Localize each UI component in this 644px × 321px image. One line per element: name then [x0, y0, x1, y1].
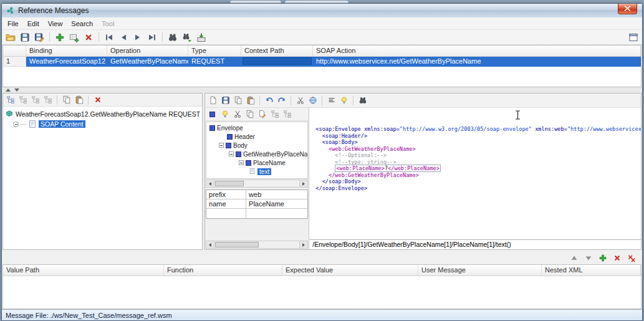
node-text[interactable]: text [206, 167, 307, 176]
tree-down-button[interactable] [42, 93, 54, 106]
next-record-button[interactable] [131, 31, 145, 44]
new-document-button[interactable] [207, 94, 219, 107]
move-down-button[interactable] [582, 252, 594, 264]
collapse-icon[interactable] [239, 160, 244, 165]
col-operation[interactable]: Operation [107, 46, 188, 56]
delete-button[interactable] [82, 31, 95, 44]
import-button[interactable] [195, 31, 208, 44]
cut-node-button[interactable] [231, 108, 243, 120]
save-button[interactable] [18, 31, 32, 44]
redo-button[interactable] [276, 94, 287, 107]
node-body-label[interactable]: Body [233, 142, 248, 149]
menu-view[interactable]: View [44, 19, 67, 29]
xml-editor[interactable]: <soap:Envelope xmlns:soap="http://www.w3… [309, 108, 641, 239]
move-up-button[interactable] [568, 252, 580, 264]
splitter-down-button[interactable] [13, 88, 20, 93]
context-path-field[interactable] [243, 57, 312, 65]
col-context-path[interactable]: Context Path [241, 46, 313, 56]
collapse-tree-button[interactable] [17, 93, 29, 106]
node-placename[interactable]: PlaceName [206, 158, 307, 167]
scroll-right-button[interactable] [299, 180, 307, 187]
node-envelope-label[interactable]: Envelope [217, 125, 243, 132]
last-record-button[interactable] [145, 31, 159, 44]
tree-up-button[interactable] [29, 93, 41, 106]
undo-button[interactable] [263, 94, 275, 107]
previous-record-button[interactable] [117, 31, 130, 44]
col-nested-xml[interactable]: Nested XML [542, 265, 641, 275]
menu-search[interactable]: Search [67, 19, 97, 29]
add-assertion-button[interactable] [597, 252, 608, 264]
message-tree-soap-content[interactable]: SOAP Content [5, 119, 200, 129]
node-text-label[interactable]: text [257, 168, 271, 175]
add-button[interactable] [53, 31, 67, 44]
node-operation[interactable]: GetWeatherByPlaceNa [206, 150, 307, 158]
copy-xml-button[interactable] [232, 94, 244, 107]
save-as-button[interactable] [32, 31, 46, 44]
close-button[interactable] [618, 4, 637, 14]
structure-tree-hscrollbar[interactable] [206, 180, 308, 188]
property-row[interactable] [206, 209, 307, 218]
title-bar[interactable]: Reference Messages [2, 4, 642, 17]
delete-node-button[interactable] [92, 93, 103, 106]
col-user-message[interactable]: User Message [418, 265, 542, 275]
node-envelope[interactable]: Envelope [206, 123, 307, 132]
property-row[interactable]: name PlaceName [206, 199, 307, 209]
scroll-left-button[interactable] [206, 180, 214, 187]
horizontal-splitter[interactable] [2, 87, 642, 93]
node-body[interactable]: Body [206, 141, 307, 150]
format-xml-button[interactable] [325, 94, 337, 107]
structure-panel-hscrollbar[interactable] [206, 241, 308, 249]
property-value[interactable]: PlaceName [246, 199, 307, 208]
cell-operation[interactable]: GetWeatherByPlaceName [107, 57, 188, 67]
panel-toggle-button[interactable] [627, 31, 640, 44]
add-row-button[interactable] [67, 31, 81, 44]
suggest-button[interactable] [219, 108, 231, 120]
scroll-left-button[interactable] [206, 241, 214, 248]
find-in-xml-button[interactable] [357, 94, 368, 107]
find-button[interactable] [166, 31, 180, 44]
copy-node-button[interactable] [244, 108, 256, 120]
first-record-button[interactable] [102, 31, 116, 44]
cell-type[interactable]: REQUEST [188, 57, 241, 67]
splitter-up-button[interactable] [4, 88, 11, 93]
expand-tree-button[interactable] [4, 93, 16, 106]
add-element-button[interactable] [206, 108, 218, 120]
col-value-path[interactable]: Value Path [3, 265, 164, 275]
cell-context-path[interactable] [241, 57, 313, 67]
collapse-icon[interactable] [229, 151, 234, 156]
col-expected-value[interactable]: Expected Value [282, 265, 418, 275]
paste-xml-button[interactable] [244, 94, 256, 107]
open-button[interactable] [4, 31, 17, 44]
hint-button[interactable] [338, 94, 350, 107]
binding-row-selected[interactable]: 1 WeatherForecastSoap12 GetWeatherByPlac… [3, 57, 641, 67]
node-operation-label[interactable]: GetWeatherByPlaceNa [243, 151, 307, 158]
node-up-button[interactable] [269, 108, 281, 120]
collapse-toggle-icon[interactable] [13, 122, 19, 127]
paste-button[interactable] [73, 93, 85, 106]
collapse-icon[interactable] [219, 143, 224, 148]
save-xml-button[interactable] [219, 94, 231, 107]
message-tree-root[interactable]: WeatherForecastSoap12.GetWeatherByPlaceN… [5, 109, 200, 119]
copy-button[interactable] [60, 93, 72, 106]
edit-node-button[interactable] [256, 108, 268, 120]
soap-content-label[interactable]: SOAP Content [39, 120, 85, 128]
scrollbar-thumb[interactable] [215, 242, 259, 247]
property-row[interactable]: prefix web [206, 190, 307, 199]
node-down-button[interactable] [281, 108, 293, 120]
menu-file[interactable]: File [3, 19, 23, 29]
scroll-right-button[interactable] [299, 241, 307, 248]
property-value[interactable]: web [246, 190, 307, 199]
xml-code[interactable]: <soap:Envelope xmlns:soap="http://www.w3… [315, 126, 640, 191]
menu-edit[interactable]: Edit [23, 19, 44, 29]
cell-binding[interactable]: WeatherForecastSoap12 [26, 57, 107, 67]
col-function[interactable]: Function [164, 265, 282, 275]
message-tree-root-label[interactable]: WeatherForecastSoap12.GetWeatherByPlaceN… [16, 110, 200, 118]
find-next-button[interactable] [180, 31, 194, 44]
scrollbar-thumb[interactable] [215, 181, 244, 186]
cell-soap-action[interactable]: http://www.webservicex.net/GetWeatherByP… [313, 57, 641, 67]
col-soap-action[interactable]: SOAP Action [313, 46, 641, 56]
node-placename-label[interactable]: PlaceName [253, 160, 286, 166]
validate-button[interactable] [307, 94, 319, 107]
node-header-label[interactable]: Header [234, 133, 255, 140]
delete-assertion-button[interactable] [611, 252, 623, 264]
